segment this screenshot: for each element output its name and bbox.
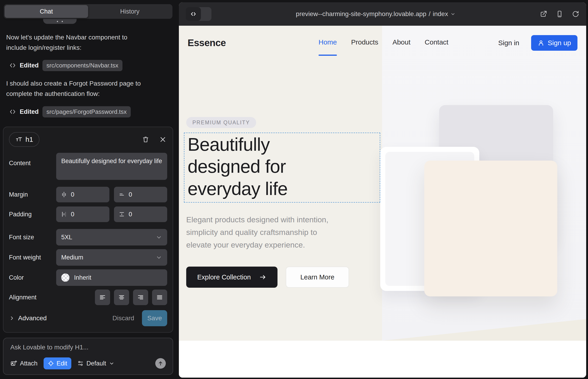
type-icon: [15, 136, 23, 143]
padding-label: Padding: [9, 211, 56, 218]
padding-horizontal-icon: [61, 211, 67, 218]
delete-element-button[interactable]: [141, 135, 150, 144]
assistant-message: Now let's update the Navbar component to…: [6, 32, 171, 53]
dot: [57, 21, 58, 22]
send-button[interactable]: [155, 358, 166, 369]
message-line: complete the authentication flow:: [6, 89, 171, 99]
font-weight-row: Font weight Medium: [9, 249, 167, 266]
advanced-toggle[interactable]: Advanced: [9, 315, 47, 322]
padding-row: Padding 0 0: [9, 206, 167, 222]
nav-link-products[interactable]: Products: [351, 38, 378, 47]
font-weight-label: Font weight: [9, 254, 56, 261]
mobile-view-button[interactable]: [556, 10, 563, 18]
chevron-down-icon: [156, 254, 162, 261]
chevron-down-icon: [156, 234, 162, 240]
edit-label: Edit: [57, 360, 67, 367]
file-path-pill[interactable]: src/pages/ForgotPassword.tsx: [42, 106, 131, 117]
align-right-button[interactable]: [133, 289, 148, 305]
selected-element-pill[interactable]: h1: [9, 132, 39, 147]
padding-x-input[interactable]: 0: [56, 206, 109, 222]
edited-file-row[interactable]: Edited src/pages/ForgotPassword.tsx: [9, 106, 131, 118]
font-size-label: Font size: [9, 234, 56, 241]
margin-x-input[interactable]: 0: [56, 187, 109, 202]
crosshair-icon: [48, 360, 54, 367]
premium-quality-badge: PREMIUM QUALITY: [186, 117, 256, 128]
open-in-new-tab-button[interactable]: [540, 10, 547, 18]
nav-link-home[interactable]: Home: [319, 38, 337, 47]
sign-in-link[interactable]: Sign in: [498, 39, 519, 47]
sliders-icon: [77, 360, 84, 367]
font-weight-select[interactable]: Medium: [56, 249, 167, 266]
learn-more-button[interactable]: Learn More: [286, 267, 349, 288]
editor-header: h1: [9, 132, 167, 147]
padding-y-input[interactable]: 0: [114, 206, 167, 222]
edit-mode-button[interactable]: Edit: [44, 357, 72, 369]
url-separator: /: [429, 10, 431, 18]
save-button[interactable]: Save: [142, 310, 167, 326]
site-navbar: Essence Home Products About Contact Sign…: [179, 26, 586, 60]
chevron-down-icon: [109, 361, 114, 366]
color-select[interactable]: Inherit: [56, 269, 167, 286]
site-logo[interactable]: Essence: [187, 37, 226, 48]
next-section-background: [179, 341, 586, 378]
explore-collection-label: Explore Collection: [197, 273, 251, 281]
nav-link-about[interactable]: About: [392, 38, 410, 47]
url-bar[interactable]: preview--charming-site-symphony.lovable.…: [211, 10, 540, 18]
attach-label: Attach: [20, 360, 38, 367]
code-preview-toggle[interactable]: [186, 7, 211, 21]
assistant-message: I should also create a Forgot Password p…: [6, 78, 171, 99]
align-left-button[interactable]: [95, 289, 110, 305]
margin-vertical-icon: [119, 191, 125, 198]
prompt-input[interactable]: [10, 344, 166, 351]
font-weight-value: Medium: [61, 254, 156, 261]
explore-collection-button[interactable]: Explore Collection: [186, 267, 278, 288]
arrow-right-icon: [259, 273, 266, 281]
tab-history[interactable]: History: [88, 5, 171, 18]
element-editor-panel: h1 Content Beautifully designed for ever…: [3, 127, 173, 333]
preview-toolbar: preview--charming-site-symphony.lovable.…: [179, 2, 586, 26]
font-size-value: 5XL: [61, 234, 156, 241]
align-center-button[interactable]: [114, 289, 129, 305]
margin-y-input[interactable]: 0: [114, 187, 167, 202]
close-panel-button[interactable]: [158, 135, 167, 144]
h1-selection-outline[interactable]: Beautifully designed for everyday life: [184, 133, 380, 203]
discard-button[interactable]: Discard: [112, 315, 134, 322]
heading-line: everyday life: [187, 178, 325, 200]
decorative-card-beige: [424, 161, 557, 296]
margin-y-value: 0: [129, 191, 132, 198]
paragraph-line: elevate your everyday experience.: [186, 238, 374, 251]
margin-x-value: 0: [71, 191, 74, 198]
mode-select[interactable]: Default: [77, 360, 114, 367]
content-label: Content: [9, 153, 56, 167]
lovable-app: Chat History Now let's update the Navbar…: [0, 0, 588, 379]
attach-button[interactable]: Attach: [10, 360, 38, 367]
edited-file-row[interactable]: Edited src/components/Navbar.tsx: [9, 59, 123, 72]
margin-horizontal-icon: [61, 191, 67, 198]
align-justify-button[interactable]: [152, 289, 167, 305]
nav-links: Home Products About Contact: [319, 38, 448, 47]
edited-label: Edited: [20, 108, 39, 115]
dot: [62, 21, 63, 22]
content-input[interactable]: Beautifully designed for everyday life: [56, 153, 167, 180]
file-path-pill[interactable]: src/components/Navbar.tsx: [42, 60, 123, 71]
message-line: Now let's update the Navbar component to: [6, 32, 171, 42]
margin-row: Margin 0 0: [9, 187, 167, 202]
site-canvas: Essence Home Products About Contact Sign…: [179, 26, 586, 378]
attach-image-icon: [10, 360, 17, 367]
padding-x-value: 0: [71, 211, 74, 218]
heading-line: designed for: [187, 156, 325, 178]
prompt-composer: Attach Edit Default: [3, 338, 173, 375]
font-size-select[interactable]: 5XL: [56, 229, 167, 245]
element-tag: h1: [25, 136, 33, 143]
sign-up-button[interactable]: Sign up: [531, 35, 577, 51]
tab-chat[interactable]: Chat: [5, 5, 88, 18]
color-value: Inherit: [74, 274, 162, 281]
paragraph-line: Elegant products designed with intention…: [186, 213, 374, 226]
padding-y-value: 0: [129, 211, 132, 218]
hero-heading[interactable]: Beautifully designed for everyday life: [187, 134, 325, 200]
refresh-button[interactable]: [572, 10, 579, 18]
nav-link-contact[interactable]: Contact: [425, 38, 448, 47]
padding-vertical-icon: [119, 211, 125, 218]
chevron-right-icon: [9, 315, 15, 321]
edited-label: Edited: [20, 62, 39, 69]
